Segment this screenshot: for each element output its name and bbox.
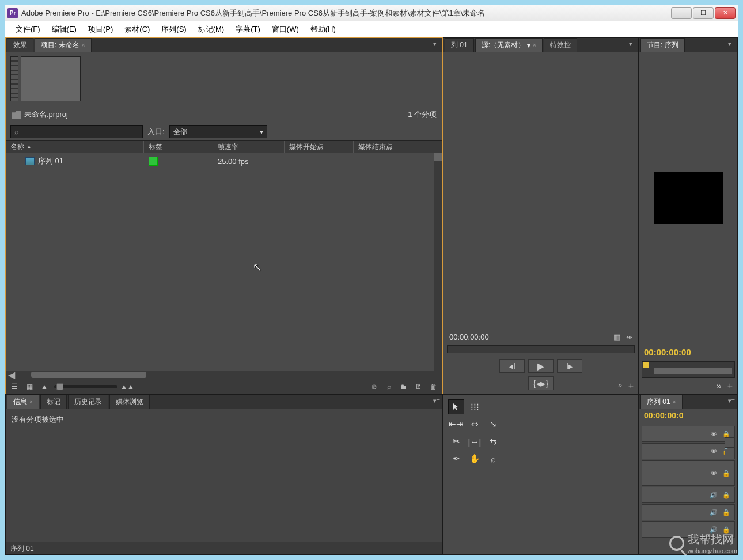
close-icon[interactable]: × — [29, 399, 33, 405]
delete-icon[interactable]: 🗑 — [429, 382, 439, 391]
menu-file[interactable]: 文件(F) — [10, 22, 46, 37]
video-track[interactable]: 👁🔒 — [642, 426, 735, 442]
menu-project[interactable]: 项目(P) — [82, 22, 119, 37]
list-view-icon[interactable]: ☰ — [9, 382, 20, 391]
inlet-select[interactable]: 全部 ▾ — [169, 125, 267, 138]
program-time-ruler[interactable] — [642, 361, 735, 378]
play-button[interactable]: ▶ — [528, 359, 554, 373]
automate-icon[interactable]: ⎚ — [369, 382, 379, 391]
thumb-size-up-icon[interactable]: ▲▲ — [122, 382, 132, 391]
audio-track[interactable]: 🔊🔒 — [642, 504, 735, 520]
zoom-tool[interactable]: ⌕ — [485, 451, 501, 466]
pen-tool[interactable]: ✒ — [448, 451, 464, 466]
new-item-icon[interactable]: 🗎 — [414, 382, 424, 391]
tab-info[interactable]: 信息× — [7, 395, 39, 409]
menu-edit[interactable]: 编辑(E) — [46, 22, 82, 37]
more-icon[interactable]: » — [717, 381, 722, 391]
menu-marker[interactable]: 标记(M) — [192, 22, 230, 37]
source-monitor[interactable] — [443, 52, 638, 330]
tab-source-seq[interactable]: 列 01 — [445, 38, 474, 52]
marker-icon[interactable] — [725, 449, 735, 459]
panel-menu-icon[interactable]: ▾≡ — [728, 397, 735, 405]
close-icon[interactable]: × — [533, 42, 536, 48]
tab-media-browser[interactable]: 媒体浏览 — [109, 395, 150, 409]
speaker-icon[interactable]: 🔊 — [709, 508, 718, 516]
program-monitor[interactable] — [639, 52, 737, 344]
more-icon[interactable]: » — [618, 381, 622, 389]
insert-button[interactable]: {◂▸} — [528, 376, 554, 390]
col-media-end[interactable]: 媒体结束点 — [354, 141, 442, 153]
scrollbar-vertical[interactable] — [434, 153, 442, 371]
menu-title[interactable]: 字幕(T) — [230, 22, 266, 37]
eye-icon[interactable]: 👁 — [709, 447, 718, 455]
tab-effects[interactable]: 效果 — [7, 38, 33, 52]
tab-history[interactable]: 历史记录 — [68, 395, 108, 409]
eye-icon[interactable]: 👁 — [709, 469, 718, 477]
magnifier-icon — [669, 536, 684, 551]
wrench-icon[interactable]: ⇹ — [626, 333, 632, 341]
maximize-button[interactable]: ☐ — [693, 7, 714, 19]
tab-source[interactable]: 源:（无素材） ▾× — [475, 38, 543, 52]
timeline-timecode[interactable]: 00:00:00:0 — [639, 409, 737, 422]
search-input[interactable]: ⌕ — [10, 125, 143, 138]
col-fps[interactable]: 帧速率 — [213, 141, 285, 153]
audio-track[interactable]: 🔊🔒 — [642, 487, 735, 503]
source-time-ruler[interactable] — [447, 345, 635, 353]
track-select-tool[interactable]: ⁞⁞⁞ — [467, 399, 483, 414]
source-timecode[interactable]: 00:00:00:00 — [449, 333, 489, 341]
ripple-edit-tool[interactable]: ⇤⇥ — [448, 417, 464, 432]
thumb-size-down-icon[interactable]: ▲ — [39, 382, 50, 391]
add-button[interactable]: + — [727, 381, 733, 391]
find-icon[interactable]: ⌕ — [384, 382, 394, 391]
project-list[interactable]: 序列 01 25.00 fps — [6, 153, 442, 371]
panel-menu-icon[interactable]: ▾≡ — [629, 40, 636, 48]
col-name[interactable]: 名称 ▲ — [6, 141, 144, 153]
col-media-start[interactable]: 媒体开始点 — [285, 141, 354, 153]
lock-icon[interactable]: 🔒 — [722, 508, 731, 516]
new-bin-icon[interactable]: 🖿 — [399, 382, 409, 391]
tab-program[interactable]: 节目: 序列 — [640, 38, 685, 52]
thumb-size-slider[interactable] — [54, 385, 117, 388]
menu-sequence[interactable]: 序列(S) — [156, 22, 192, 37]
rate-stretch-tool[interactable]: ⤡ — [485, 417, 501, 432]
lock-icon[interactable]: 🔒 — [722, 469, 731, 477]
icon-view-icon[interactable]: ▦ — [24, 382, 35, 391]
tab-timeline-seq[interactable]: 序列 01× — [640, 395, 683, 409]
razor-tool[interactable]: ✂ — [448, 434, 464, 449]
add-button[interactable]: + — [628, 381, 634, 391]
chevron-down-icon[interactable]: ▾ — [527, 41, 530, 49]
tab-marker[interactable]: 标记 — [40, 395, 67, 409]
video-track[interactable]: 👁🔒 — [642, 443, 735, 459]
step-back-button[interactable]: ◂I — [499, 359, 525, 373]
minimize-button[interactable]: — — [671, 7, 692, 19]
list-item[interactable]: 序列 01 25.00 fps — [6, 153, 442, 169]
panel-menu-icon[interactable]: ▾≡ — [433, 40, 440, 48]
lock-icon[interactable]: 🔒 — [722, 491, 731, 499]
close-button[interactable]: ✕ — [715, 7, 736, 19]
menu-clip[interactable]: 素材(C) — [119, 22, 156, 37]
speaker-icon[interactable]: 🔊 — [709, 491, 718, 499]
col-label[interactable]: 标签 — [144, 141, 213, 153]
lock-icon[interactable]: 🔒 — [722, 430, 731, 438]
menu-window[interactable]: 窗口(W) — [266, 22, 305, 37]
eye-icon[interactable]: 👁 — [709, 430, 718, 438]
slip-tool[interactable]: |↔| — [467, 434, 483, 449]
close-icon[interactable]: × — [82, 42, 85, 48]
scrollbar-horizontal[interactable]: ◀ — [6, 371, 442, 379]
tab-project[interactable]: 项目: 未命名× — [35, 38, 92, 52]
menu-help[interactable]: 帮助(H) — [305, 22, 342, 37]
rolling-edit-tool[interactable]: ⇔ — [467, 417, 483, 432]
hand-tool[interactable]: ✋ — [467, 451, 483, 466]
program-timecode[interactable]: 00:00:00:00 — [639, 344, 737, 360]
fit-icon[interactable]: ▥ — [613, 333, 620, 341]
playhead-icon[interactable] — [643, 362, 649, 368]
slide-tool[interactable]: ⇆ — [485, 434, 501, 449]
snap-icon[interactable] — [725, 437, 735, 448]
panel-menu-icon[interactable]: ▾≡ — [728, 40, 735, 48]
close-icon[interactable]: × — [673, 399, 676, 405]
step-forward-button[interactable]: I▸ — [557, 359, 582, 373]
selection-tool[interactable] — [448, 399, 464, 414]
tab-effect-controls[interactable]: 特效控 — [544, 38, 577, 52]
panel-menu-icon[interactable]: ▾≡ — [433, 397, 440, 405]
video-track[interactable]: 👁🔒 — [642, 460, 735, 486]
